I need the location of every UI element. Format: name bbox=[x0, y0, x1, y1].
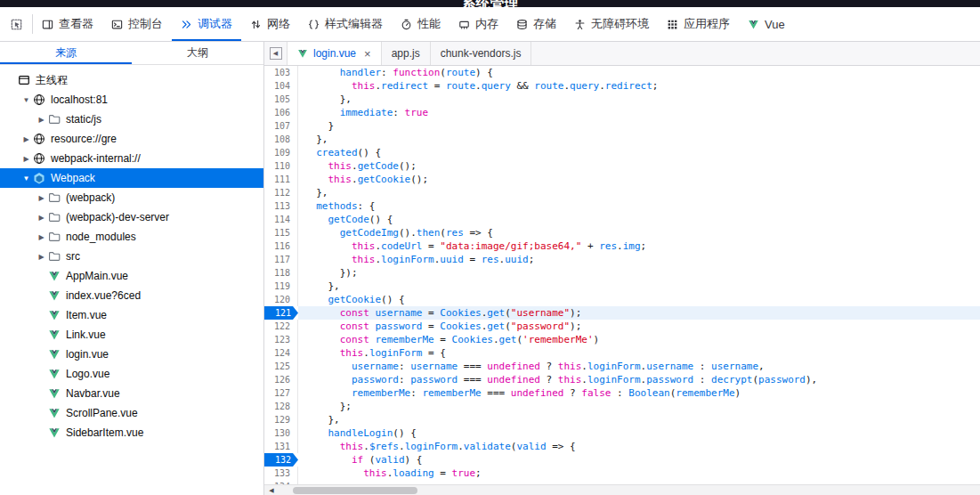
line-number[interactable]: 113 bbox=[264, 199, 298, 213]
line-number[interactable]: 130 bbox=[264, 426, 298, 440]
toolbar-tab-performance[interactable]: 性能 bbox=[392, 7, 450, 41]
chevron-right-icon[interactable]: ▶ bbox=[36, 214, 47, 222]
code-line-content[interactable]: }); bbox=[298, 266, 980, 280]
tree-item[interactable]: ▶static/js bbox=[0, 110, 263, 129]
line-number[interactable]: 110 bbox=[264, 159, 298, 173]
line-number[interactable]: 109 bbox=[264, 146, 298, 159]
line-number[interactable]: 116 bbox=[264, 239, 298, 253]
chevron-right-icon[interactable]: ▶ bbox=[36, 194, 47, 202]
horizontal-scrollbar[interactable]: ◀ bbox=[264, 484, 980, 495]
line-number[interactable]: 105 bbox=[264, 93, 298, 106]
line-number[interactable]: 123 bbox=[264, 333, 298, 346]
code-line-content[interactable]: const password = Cookies.get("password")… bbox=[298, 320, 980, 333]
code-line-content[interactable]: }, bbox=[298, 93, 980, 106]
editor-tab-login-vue[interactable]: login.vue× bbox=[288, 42, 382, 65]
code-line-content[interactable]: this.codeUrl = "data:image/gif;base64," … bbox=[298, 239, 980, 253]
editor-tab-app-js[interactable]: app.js bbox=[382, 42, 431, 65]
code-line-content[interactable]: const username = Cookies.get("username")… bbox=[298, 306, 980, 320]
tree-item[interactable]: login.vue bbox=[0, 345, 263, 364]
tree-item[interactable]: ▼localhost:81 bbox=[0, 90, 263, 110]
line-number[interactable]: 120 bbox=[264, 293, 298, 306]
code-line-content[interactable]: this.loginForm.uuid = res.uuid; bbox=[298, 253, 980, 266]
code-line-content[interactable]: password: password === undefined ? this.… bbox=[298, 373, 980, 386]
tree-item[interactable]: ▶webpack-internal:// bbox=[0, 149, 263, 168]
line-number[interactable]: 112 bbox=[264, 186, 298, 199]
close-tab-icon[interactable]: × bbox=[364, 47, 371, 61]
tree-item[interactable]: ▶(webpack)-dev-server bbox=[0, 207, 263, 227]
toolbar-tab-accessibility[interactable]: 无障碍环境 bbox=[565, 7, 658, 41]
tree-item[interactable]: ▼Webpack bbox=[0, 168, 263, 188]
line-number[interactable]: 119 bbox=[264, 280, 298, 293]
code-line-content[interactable]: getCodeImg().then(res => { bbox=[298, 226, 980, 239]
chevron-right-icon[interactable]: ▶ bbox=[36, 253, 47, 261]
line-number[interactable]: 127 bbox=[264, 386, 298, 400]
line-number[interactable]: 114 bbox=[264, 213, 298, 226]
tree-item[interactable]: Navbar.vue bbox=[0, 384, 263, 403]
tree-item[interactable]: Logo.vue bbox=[0, 364, 263, 384]
breakpoint-line-number[interactable]: 132 bbox=[264, 453, 298, 467]
code-line-content[interactable]: } bbox=[298, 119, 980, 133]
code-line-content[interactable]: handleLogin() { bbox=[298, 426, 980, 440]
code-line-content[interactable]: this.getCookie(); bbox=[298, 173, 980, 186]
code-line-content[interactable]: }, bbox=[298, 133, 980, 146]
sidebar-tab-sources[interactable]: 来源 bbox=[0, 42, 132, 64]
toolbar-tab-console[interactable]: 控制台 bbox=[102, 7, 172, 41]
line-number[interactable]: 111 bbox=[264, 173, 298, 186]
code-line-content[interactable]: getCode() { bbox=[298, 213, 980, 226]
toolbar-tab-application[interactable]: 应用程序 bbox=[658, 7, 739, 41]
chevron-right-icon[interactable]: ▶ bbox=[20, 135, 32, 143]
line-number[interactable]: 115 bbox=[264, 226, 298, 239]
tree-item[interactable]: Link.vue bbox=[0, 325, 263, 345]
code-line-content[interactable]: }, bbox=[298, 280, 980, 293]
tree-item[interactable]: AppMain.vue bbox=[0, 266, 263, 286]
tree-item[interactable]: ▶resource://gre bbox=[0, 129, 263, 149]
chevron-right-icon[interactable]: ▶ bbox=[20, 155, 32, 163]
toolbar-tab-storage[interactable]: 存储 bbox=[507, 7, 565, 41]
code-line-content[interactable]: getCookie() { bbox=[298, 293, 980, 306]
code-line-content[interactable]: this.loading = true; bbox=[298, 467, 980, 480]
toolbar-tab-debugger[interactable]: 调试器 bbox=[172, 7, 241, 41]
tree-item[interactable]: index.vue?6ced bbox=[0, 286, 263, 305]
code-line-content[interactable]: if (valid) { bbox=[298, 453, 980, 467]
tree-item[interactable]: ▶src bbox=[0, 247, 263, 266]
pick-element-button[interactable] bbox=[0, 7, 32, 41]
toolbar-tab-inspector[interactable]: 查看器 bbox=[33, 7, 102, 41]
toolbar-tab-memory[interactable]: 内存 bbox=[450, 7, 507, 41]
code-line-content[interactable]: methods: { bbox=[298, 199, 980, 213]
code-line-content[interactable]: this.$refs.loginForm.validate(valid => { bbox=[298, 440, 980, 453]
chevron-down-icon[interactable]: ▼ bbox=[20, 96, 32, 104]
line-number[interactable]: 126 bbox=[264, 373, 298, 386]
tree-item[interactable]: SidebarItem.vue bbox=[0, 423, 263, 442]
line-number[interactable]: 122 bbox=[264, 320, 298, 333]
code-line-content[interactable]: this.loginForm = { bbox=[298, 346, 980, 360]
line-number[interactable]: 118 bbox=[264, 266, 298, 280]
chevron-right-icon[interactable]: ▶ bbox=[36, 116, 47, 124]
tree-item[interactable]: ▶(webpack) bbox=[0, 188, 263, 207]
line-number[interactable]: 131 bbox=[264, 440, 298, 453]
toolbar-tab-style-editor[interactable]: 样式编辑器 bbox=[299, 7, 392, 41]
code-line-content[interactable]: }; bbox=[298, 400, 980, 413]
code-line-content[interactable]: this.redirect = route.query && route.que… bbox=[298, 79, 980, 93]
line-number[interactable]: 129 bbox=[264, 413, 298, 426]
editor-tab-chunk-vendors-js[interactable]: chunk-vendors.js bbox=[431, 42, 532, 65]
toolbar-tab-network[interactable]: 网络 bbox=[241, 7, 299, 41]
line-number[interactable]: 128 bbox=[264, 400, 298, 413]
tree-item[interactable]: ▶node_modules bbox=[0, 227, 263, 247]
code-line-content[interactable]: }, bbox=[298, 413, 980, 426]
line-number[interactable]: 125 bbox=[264, 360, 298, 373]
line-number[interactable]: 108 bbox=[264, 133, 298, 146]
line-number[interactable]: 104 bbox=[264, 79, 298, 93]
tree-item[interactable]: Item.vue bbox=[0, 305, 263, 325]
tree-item[interactable]: 主线程 bbox=[0, 70, 263, 90]
code-line-content[interactable]: rememberMe: rememberMe === undefined ? f… bbox=[298, 386, 980, 400]
code-line-content[interactable]: this.getCode(); bbox=[298, 159, 980, 173]
line-number[interactable]: 106 bbox=[264, 106, 298, 119]
line-number[interactable]: 133 bbox=[264, 467, 298, 480]
line-number[interactable]: 124 bbox=[264, 346, 298, 360]
collapse-sources-button[interactable]: ◀ bbox=[264, 42, 288, 65]
line-number[interactable]: 107 bbox=[264, 119, 298, 133]
scrollbar-thumb[interactable] bbox=[293, 487, 417, 494]
code-line-content[interactable]: created() { bbox=[298, 146, 980, 159]
code-line-content[interactable]: handler: function(route) { bbox=[298, 66, 980, 79]
sidebar-tab-outline[interactable]: 大纲 bbox=[132, 42, 263, 64]
